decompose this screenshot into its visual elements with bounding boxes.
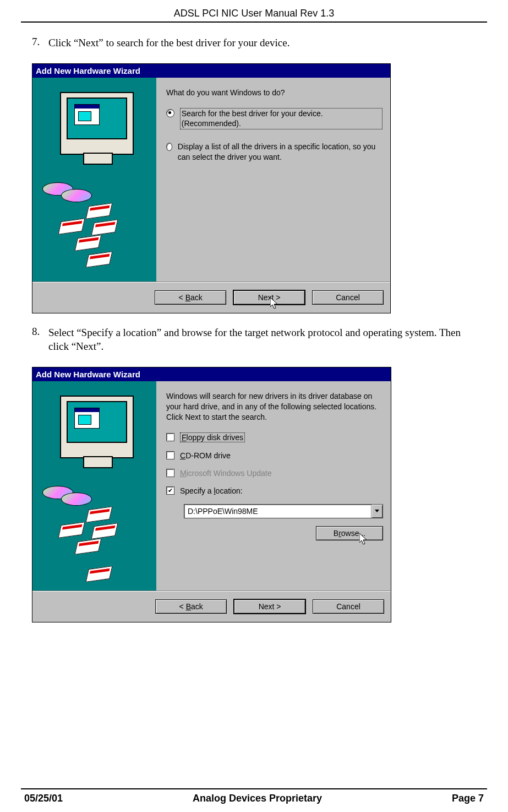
dialog-titlebar: Add New Hardware Wizard — [32, 64, 390, 78]
footer-page-number: Page 7 — [452, 793, 484, 804]
radio-option-display-list[interactable]: Display a list of all the drivers in a s… — [166, 142, 383, 163]
check-floppy[interactable]: Floppy disk drives — [166, 432, 383, 442]
wizard-sidebar-image — [32, 381, 156, 591]
check-label: Floppy disk drives — [180, 432, 245, 442]
cancel-button[interactable]: Cancel — [312, 290, 384, 305]
step-text: Click “Next” to search for the best driv… — [48, 36, 480, 50]
radio-option-recommended[interactable]: Search for the best driver for your devi… — [166, 108, 383, 130]
dialog-button-bar: < Back Next > Cancel — [32, 591, 391, 622]
step-number: 7. — [32, 36, 48, 63]
dialog-prompt: What do you want Windows to do? — [166, 88, 383, 98]
check-label: CD-ROM drive — [180, 451, 231, 460]
next-button[interactable]: Next > — [233, 290, 305, 305]
combobox-dropdown-button[interactable] — [371, 505, 383, 518]
wizard-dialog: Add New Hardware Wizard What do you want… — [32, 63, 391, 313]
check-label: Microsoft Windows Update — [180, 469, 272, 478]
wizard-dialog: Add New Hardware Wizard Windows will sea… — [32, 367, 391, 622]
browse-button[interactable]: Browse... — [316, 526, 383, 540]
checkbox-icon — [166, 451, 174, 459]
back-button[interactable]: < Back — [155, 290, 226, 305]
svg-marker-1 — [359, 533, 367, 544]
check-label: Specify a location: — [180, 486, 243, 495]
dialog-titlebar: Add New Hardware Wizard — [32, 367, 391, 381]
checkbox-icon — [166, 433, 174, 441]
dialog-button-bar: < Back Next > Cancel — [32, 282, 390, 313]
checkbox-icon — [166, 469, 174, 477]
radio-icon — [166, 109, 174, 117]
radio-label: Search for the best driver for your devi… — [180, 108, 383, 130]
location-combobox[interactable] — [184, 504, 383, 518]
radio-icon — [166, 143, 172, 151]
next-button[interactable]: Next > — [233, 599, 306, 614]
checkbox-icon: ✔ — [166, 486, 174, 495]
step-number: 8. — [32, 326, 48, 367]
location-input[interactable] — [184, 505, 371, 518]
back-button[interactable]: < Back — [155, 599, 227, 614]
footer-proprietary: Analog Devices Proprietary — [193, 793, 322, 804]
chevron-down-icon — [375, 510, 379, 512]
step-text: Select “Specify a location” and browse f… — [48, 326, 480, 354]
cancel-button[interactable]: Cancel — [313, 599, 384, 614]
next-button-label: Next > — [258, 293, 281, 302]
page-header-title: ADSL PCI NIC User Manual Rev 1.3 — [0, 8, 508, 21]
dialog-prompt: Windows will search for new drivers in i… — [166, 391, 383, 423]
mouse-cursor-icon — [359, 533, 369, 546]
radio-label: Display a list of all the drivers in a s… — [178, 142, 383, 163]
check-cdrom[interactable]: CD-ROM drive — [166, 451, 383, 460]
wizard-sidebar-image — [32, 78, 156, 282]
footer-date: 05/25/01 — [24, 793, 63, 804]
check-windows-update: Microsoft Windows Update — [166, 469, 383, 478]
check-specify-location[interactable]: ✔ Specify a location: — [166, 486, 383, 495]
